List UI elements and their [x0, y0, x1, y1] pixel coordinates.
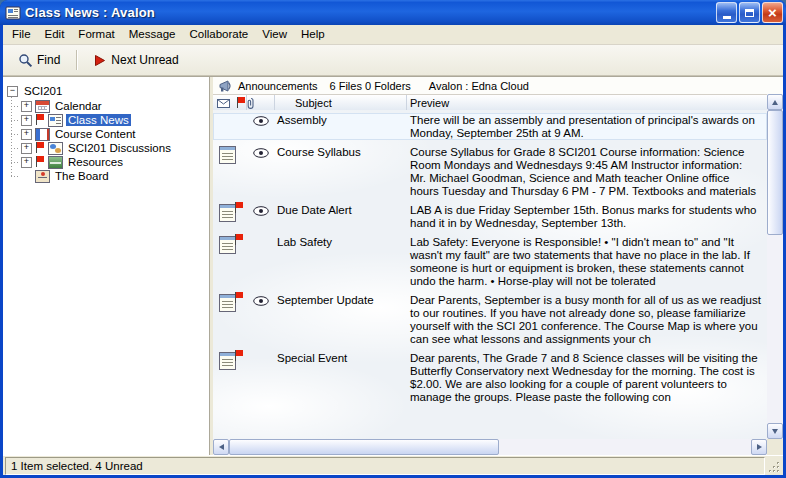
unread-flag-icon [35, 156, 45, 168]
arrow-up-icon [772, 100, 778, 105]
message-preview: LAB A is due Friday September 15th. Bonu… [407, 203, 767, 230]
column-icon-header[interactable] [213, 95, 247, 111]
message-subject: Assembly [275, 113, 407, 127]
close-button[interactable]: × [762, 2, 783, 23]
window-controls: × [716, 2, 783, 23]
menu-item[interactable]: View [255, 26, 294, 43]
resize-grip[interactable] [767, 458, 781, 474]
message-icon-cell [219, 204, 236, 222]
arrow-right-icon [757, 444, 762, 450]
tree-item-label: The Board [53, 170, 111, 182]
unread-flag-icon [35, 114, 45, 126]
message-preview: Course Syllabus for Grade 8 SCI201 Cours… [407, 145, 767, 198]
expand-icon[interactable] [21, 157, 32, 168]
app-icon [5, 5, 21, 21]
panel-title: Announcements [238, 80, 318, 92]
message-row[interactable]: Lab Safety Lab Safety: Everyone is Respo… [213, 235, 767, 288]
menu-item[interactable]: Message [122, 26, 183, 43]
message-icon-cell [219, 352, 236, 370]
message-subject: Lab Safety [275, 235, 407, 249]
collapse-icon[interactable] [7, 86, 18, 97]
message-preview: Dear Parents, September is a busy month … [407, 293, 767, 346]
vertical-scroll-track[interactable] [767, 110, 783, 423]
eye-icon [253, 116, 269, 126]
tree-root-label: SCI201 [22, 85, 64, 97]
next-unread-button[interactable]: Next Unread [87, 49, 185, 71]
paperclip-icon [247, 97, 255, 110]
expand-icon[interactable] [21, 129, 32, 140]
app-window: Class News : Avalon × File Edit Format M… [0, 0, 786, 478]
scroll-left-button[interactable] [213, 439, 229, 455]
folder-icon [48, 114, 63, 127]
find-button[interactable]: Find [11, 49, 67, 72]
viewed-cell [247, 293, 275, 306]
eye-icon [253, 148, 269, 158]
unread-flag-icon [234, 202, 244, 214]
minimize-button[interactable] [716, 2, 737, 23]
panel-identity: Avalon : Edna Cloud [429, 80, 529, 92]
expand-icon[interactable] [21, 101, 32, 112]
tree-item[interactable]: Calendar [3, 99, 209, 113]
vertical-scrollbar[interactable] [767, 94, 783, 439]
folder-icon [35, 170, 50, 183]
menu-item[interactable]: File [5, 26, 38, 43]
arrow-left-icon [219, 444, 224, 450]
message-row[interactable]: Special Event Dear parents, The Grade 7 … [213, 351, 767, 404]
tree-item[interactable]: The Board [3, 169, 209, 183]
scroll-down-button[interactable] [767, 423, 783, 439]
tree-item[interactable]: Course Content [3, 127, 209, 141]
announcements-icon [219, 80, 233, 92]
maximize-button[interactable] [739, 2, 760, 23]
status-text: 1 Item selected. 4 Unread [5, 457, 765, 475]
envelope-icon [217, 99, 230, 108]
message-row[interactable]: September Update Dear Parents, September… [213, 293, 767, 346]
message-row[interactable]: Assembly There will be an assembly and p… [213, 113, 767, 140]
arrow-down-icon [772, 429, 778, 434]
horizontal-scroll-thumb[interactable] [229, 439, 499, 455]
message-row[interactable]: Course Syllabus Course Syllabus for Grad… [213, 145, 767, 198]
find-label: Find [37, 53, 60, 67]
message-subject: Special Event [275, 351, 407, 365]
menu-item[interactable]: Format [71, 26, 121, 43]
tree-item[interactable]: Class News [3, 113, 209, 127]
column-attachment-header[interactable] [247, 95, 275, 111]
message-icon [219, 146, 236, 164]
resize-grip-icon [767, 458, 781, 474]
horizontal-scroll-track[interactable] [229, 439, 751, 455]
menu-item[interactable]: Edit [38, 26, 72, 43]
tree-item-label: Course Content [53, 128, 138, 140]
menu-item[interactable]: Collaborate [182, 26, 255, 43]
main-content: SCI201 Calendar Class News Course Conten… [3, 76, 783, 455]
tree-item-label: SCI201 Discussions [66, 142, 173, 154]
horizontal-scrollbar[interactable] [213, 439, 767, 455]
expand-icon[interactable] [21, 115, 32, 126]
toolbar: Find Next Unread [3, 45, 783, 76]
column-subject[interactable]: Subject [275, 95, 407, 111]
unread-flag-icon [234, 350, 244, 362]
menu-item[interactable]: Help [294, 26, 332, 43]
tree-root-sci201[interactable]: SCI201 [3, 84, 209, 99]
tree-item[interactable]: Resources [3, 155, 209, 169]
viewed-cell [247, 203, 275, 216]
panel-header: Announcements 6 Files 0 Folders Avalon :… [213, 77, 783, 95]
scroll-up-button[interactable] [767, 94, 783, 110]
message-icon-cell [219, 294, 236, 312]
unread-flag-icon [234, 292, 244, 304]
status-bar: 1 Item selected. 4 Unread [3, 455, 783, 475]
app-body: File Edit Format Message Collaborate Vie… [3, 25, 783, 475]
message-row[interactable]: Due Date Alert LAB A is due Friday Septe… [213, 203, 767, 230]
window-title: Class News : Avalon [25, 5, 716, 20]
expand-icon[interactable] [21, 143, 32, 154]
eye-icon [253, 206, 269, 216]
vertical-scroll-thumb[interactable] [767, 110, 783, 235]
unread-flag-icon [234, 234, 244, 246]
scrollbar-corner [767, 439, 783, 455]
folder-icon [35, 100, 50, 113]
viewed-cell [247, 113, 275, 126]
message-subject: Course Syllabus [275, 145, 407, 159]
message-preview: There will be an assembly and presentati… [407, 113, 767, 140]
scroll-right-button[interactable] [751, 439, 767, 455]
viewed-cell [247, 145, 275, 158]
tree-item[interactable]: SCI201 Discussions [3, 141, 209, 155]
column-preview[interactable]: Preview [407, 95, 767, 111]
